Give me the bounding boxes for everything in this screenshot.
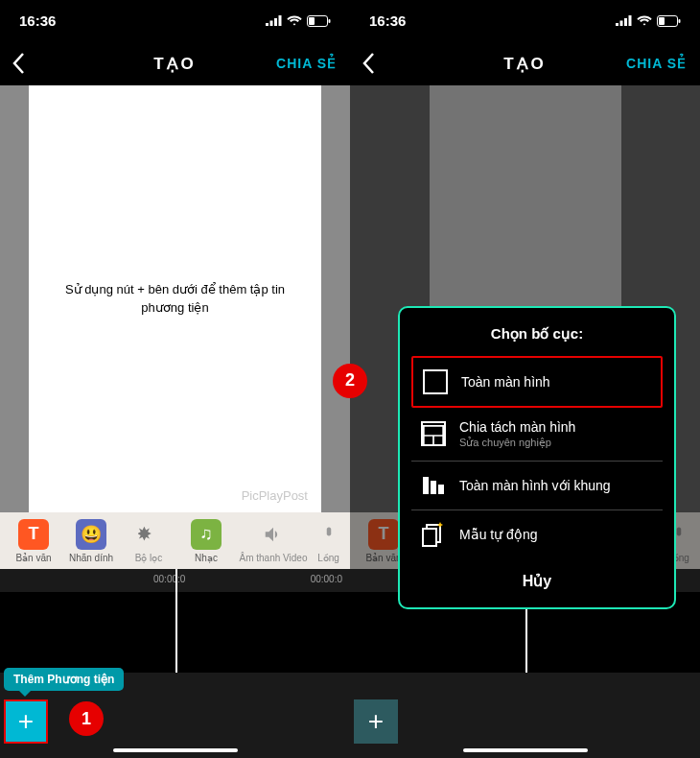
option-split-sub: Sửa chuyên nghiệp — [459, 437, 575, 449]
page-title: TẠO — [153, 54, 197, 74]
option-auto-label: Mẫu tự động — [459, 527, 537, 542]
timeline-track[interactable] — [0, 592, 350, 673]
status-time: 16:36 — [369, 12, 406, 29]
nav-bar: TẠO CHIA SẺ — [0, 42, 350, 85]
status-icons — [616, 15, 681, 27]
canvas-area: Sử dụng nút + bên dưới để thêm tập tin p… — [0, 85, 350, 512]
tool-text[interactable]: T Bản văn — [5, 519, 62, 563]
tool-audio-label: Âm thanh Video — [240, 553, 308, 563]
page-title: TẠO — [503, 54, 547, 74]
status-bar: 16:36 — [0, 0, 350, 42]
option-framed-label: Toàn màn hình với khung — [459, 478, 611, 493]
option-split-label: Chia tách màn hình — [459, 419, 575, 435]
canvas-instruction: Sử dụng nút + bên dưới để thêm tập tin p… — [46, 280, 304, 318]
share-button[interactable]: CHIA SẺ — [626, 56, 687, 71]
tool-music-label: Nhạc — [195, 553, 218, 563]
tool-sticker[interactable]: 😃 Nhãn dính — [62, 519, 120, 563]
add-button-wrap: + — [354, 699, 398, 744]
home-indicator[interactable] — [113, 748, 238, 752]
empty-canvas[interactable]: Sử dụng nút + bên dưới để thêm tập tin p… — [29, 85, 321, 512]
add-tooltip: Thêm Phương tiện — [4, 668, 124, 691]
add-section: Thêm Phương tiện + 1 — [0, 673, 350, 758]
watermark: PicPlayPost — [242, 488, 308, 503]
nav-bar: TẠO CHIA SẺ — [350, 42, 700, 85]
toolbar: T Bản văn 😃 Nhãn dính Bộ lọc ♫ Nhạc Âm t… — [0, 512, 350, 569]
option-fullscreen-label: Toàn màn hình — [461, 374, 550, 390]
framed-icon — [421, 473, 446, 498]
tool-text-label: Bản văn — [15, 553, 51, 563]
back-button[interactable] — [12, 52, 25, 75]
step-badge-2: 2 — [333, 364, 367, 398]
tool-voice[interactable]: Lồng — [312, 519, 345, 563]
tool-filter[interactable]: Bộ lọc — [120, 519, 177, 563]
screen-right: 16:36 TẠO CHIA SẺ 2 Chọn bố cục: Toàn mà… — [350, 0, 700, 758]
playhead[interactable] — [175, 569, 177, 673]
svg-rect-7 — [431, 481, 436, 494]
fullscreen-icon — [423, 369, 448, 394]
time-1: 00:00:0 — [311, 574, 342, 584]
option-fullscreen[interactable]: Toàn màn hình — [411, 356, 663, 408]
option-framed[interactable]: Toàn màn hình với khung — [411, 462, 663, 510]
tool-text-label: Bản văn — [365, 553, 401, 563]
add-media-button[interactable]: + — [6, 701, 46, 742]
popup-title: Chọn bố cục: — [411, 320, 663, 356]
tool-sticker-label: Nhãn dính — [69, 553, 113, 563]
screen-left: 16:36 TẠO CHIA SẺ Sử dụng nút + bên dưới… — [0, 0, 350, 758]
home-indicator[interactable] — [463, 748, 588, 752]
status-icons — [266, 15, 331, 27]
tool-voice-label: Lồng — [317, 553, 339, 563]
add-section: + — [350, 673, 700, 758]
option-auto[interactable]: Mẫu tự động — [411, 510, 663, 558]
time-0: 00:00:0 — [153, 574, 185, 584]
layout-popup: Chọn bố cục: Toàn màn hình Chia tách màn… — [398, 306, 676, 609]
canvas-area: 2 Chọn bố cục: Toàn màn hình Chia tách m… — [350, 85, 700, 512]
split-icon — [421, 421, 446, 446]
auto-icon — [421, 522, 446, 547]
back-button[interactable] — [362, 52, 375, 75]
svg-rect-4 — [679, 19, 681, 23]
step-badge-1: 1 — [69, 701, 104, 736]
option-split[interactable]: Chia tách màn hình Sửa chuyên nghiệp — [411, 408, 663, 462]
svg-rect-6 — [423, 477, 429, 494]
svg-rect-1 — [329, 19, 331, 23]
svg-rect-2 — [309, 17, 315, 25]
tool-audio[interactable]: Âm thanh Video — [235, 519, 312, 563]
add-media-button: + — [354, 699, 398, 744]
status-bar: 16:36 — [350, 0, 700, 42]
share-button[interactable]: CHIA SẺ — [276, 56, 337, 71]
svg-rect-8 — [438, 485, 444, 494]
cancel-button[interactable]: Hủy — [411, 558, 663, 596]
tool-music[interactable]: ♫ Nhạc — [177, 519, 235, 563]
svg-rect-10 — [423, 529, 436, 546]
add-button-highlight: + — [4, 699, 48, 744]
tool-filter-label: Bộ lọc — [135, 553, 163, 563]
status-time: 16:36 — [19, 12, 56, 29]
svg-rect-5 — [659, 17, 665, 25]
